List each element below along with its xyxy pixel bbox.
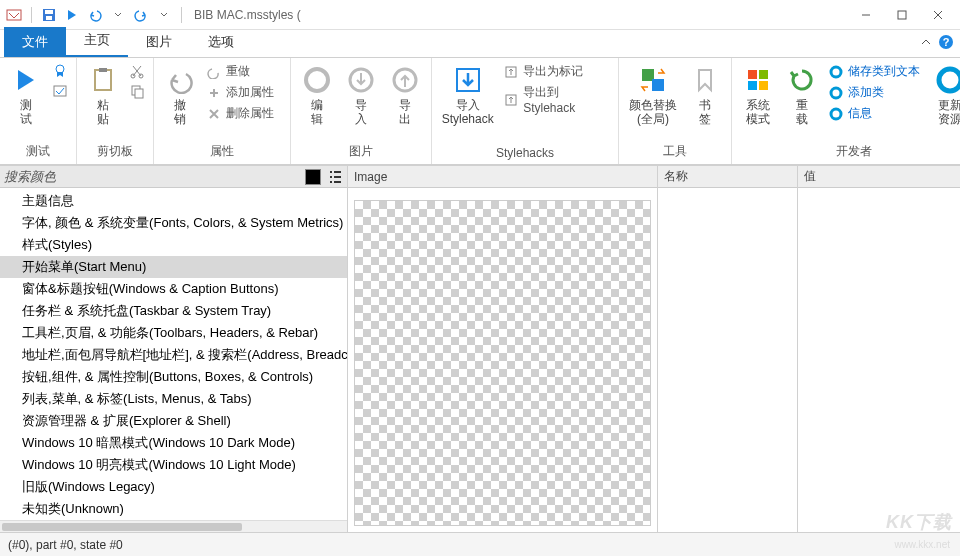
group-label: 图片 (297, 141, 425, 164)
badge-icon[interactable] (50, 62, 70, 80)
separator (31, 7, 32, 23)
group-label: 剪切板 (83, 141, 147, 164)
update-resource-button[interactable]: 更新 资源 (930, 62, 960, 128)
import-button[interactable]: 导 入 (341, 62, 381, 128)
color-swap-icon (637, 64, 669, 96)
play-icon[interactable] (62, 5, 82, 25)
tree-item[interactable]: 工具栏,页眉, & 功能条(Toolbars, Headers, & Rebar… (0, 322, 347, 344)
tree-item[interactable]: 地址栏,面包屑导航栏[地址栏], & 搜索栏(Address, Breadcru… (0, 344, 347, 366)
delete-attribute-button[interactable]: 删除属性 (204, 104, 284, 123)
ribbon-group-stylehacks: 导入 Stylehack 导出为标记 导出到Stylehack Stylehac… (432, 58, 619, 164)
tree-item[interactable]: Windows 10 明亮模式(Windows 10 Light Mode) (0, 454, 347, 476)
collapse-ribbon-icon[interactable] (920, 36, 932, 48)
reload-button[interactable]: 重 载 (782, 62, 822, 128)
list-view-icon[interactable] (327, 169, 343, 185)
close-button[interactable] (920, 3, 956, 27)
group-label: 测试 (6, 141, 70, 164)
cut-icon[interactable] (127, 62, 147, 80)
checkerboard (354, 200, 651, 526)
svg-point-31 (939, 69, 960, 91)
export-stylehack-button[interactable]: 导出到Stylehack (501, 83, 612, 116)
svg-rect-10 (95, 70, 111, 90)
color-replace-button[interactable]: 颜色替换 (全局) (625, 62, 681, 128)
export-button[interactable]: 导 出 (385, 62, 425, 128)
tab-options[interactable]: 选项 (190, 27, 252, 57)
tab-image[interactable]: 图片 (128, 27, 190, 57)
tree-item[interactable]: 任务栏 & 系统托盘(Taskbar & System Tray) (0, 300, 347, 322)
tree-item[interactable]: 窗体&标题按钮(Windows & Caption Buttons) (0, 278, 347, 300)
tree-item[interactable]: 样式(Styles) (0, 234, 347, 256)
value-column: 值 (798, 166, 960, 532)
redo-button[interactable]: 重做 (204, 62, 284, 81)
tree-item[interactable]: 列表,菜单, & 标签(Lists, Menus, & Tabs) (0, 388, 347, 410)
svg-point-8 (56, 65, 64, 73)
save-icon[interactable] (39, 5, 59, 25)
svg-rect-2 (45, 10, 53, 14)
svg-rect-3 (46, 16, 52, 20)
help-icon[interactable]: ? (938, 34, 954, 50)
value-header[interactable]: 值 (798, 166, 960, 188)
plus-icon (206, 85, 222, 101)
svg-rect-11 (99, 68, 107, 72)
status-text: (#0), part #0, state #0 (8, 538, 123, 552)
save-class-text-button[interactable]: 储存类到文本 (826, 62, 926, 81)
left-panel: 搜索颜色 主题信息字体, 颜色 & 系统变量(Fonts, Colors, & … (0, 166, 348, 532)
undo-icon[interactable] (85, 5, 105, 25)
search-input[interactable]: 搜索颜色 (4, 168, 305, 186)
svg-point-29 (831, 88, 841, 98)
name-header[interactable]: 名称 (658, 166, 797, 188)
import-arrow-icon (452, 64, 484, 96)
export-icon (389, 64, 421, 96)
paste-button[interactable]: 粘 贴 (83, 62, 123, 128)
import-stylehack-button[interactable]: 导入 Stylehack (438, 62, 497, 128)
image-preview (348, 188, 657, 532)
bookmark-button[interactable]: 书 签 (685, 62, 725, 128)
edit-button[interactable]: 编 辑 (297, 62, 337, 128)
dropdown-icon[interactable] (154, 5, 174, 25)
test-button[interactable]: 测 试 (6, 62, 46, 128)
app-icon[interactable] (4, 5, 24, 25)
tree-item[interactable]: 开始菜单(Start Menu) (0, 256, 347, 278)
info-button[interactable]: 信息 (826, 104, 926, 123)
system-mode-button[interactable]: 系统 模式 (738, 62, 778, 128)
svg-point-28 (831, 67, 841, 77)
ribbon-group-image: 编 辑 导 入 导 出 图片 (291, 58, 432, 164)
color-swatch[interactable] (305, 169, 321, 185)
tab-file[interactable]: 文件 (4, 27, 66, 57)
copy-icon[interactable] (127, 82, 147, 100)
checkbox-icon[interactable] (50, 82, 70, 100)
ribbon-group-developer: 系统 模式 重 载 储存类到文本 添加类 信息 更新 资源 开发者 (732, 58, 960, 164)
redo-icon[interactable] (131, 5, 151, 25)
horizontal-scrollbar[interactable] (0, 520, 347, 532)
play-icon (10, 64, 42, 96)
circle-icon (828, 106, 844, 122)
image-header[interactable]: Image (348, 166, 657, 188)
tree-item[interactable]: 资源管理器 & 扩展(Explorer & Shell) (0, 410, 347, 432)
svg-rect-25 (759, 70, 768, 79)
export-bookmark-button[interactable]: 导出为标记 (501, 62, 612, 81)
svg-rect-27 (759, 81, 768, 90)
maximize-button[interactable] (884, 3, 920, 27)
scrollbar-thumb[interactable] (2, 523, 242, 531)
tree-item[interactable]: 旧版(Windows Legacy) (0, 476, 347, 498)
dropdown-icon[interactable] (108, 5, 128, 25)
import-icon (345, 64, 377, 96)
tree-item[interactable]: 未知类(Unknown) (0, 498, 347, 520)
tab-home[interactable]: 主页 (66, 25, 128, 57)
tree-item[interactable]: 主题信息 (0, 190, 347, 212)
add-class-button[interactable]: 添加类 (826, 83, 926, 102)
svg-point-30 (831, 109, 841, 119)
svg-text:?: ? (943, 36, 950, 48)
category-tree[interactable]: 主题信息字体, 颜色 & 系统变量(Fonts, Colors, & Syste… (0, 188, 347, 520)
undo-button[interactable]: 撤 销 (160, 62, 200, 128)
tree-item[interactable]: 字体, 颜色 & 系统变量(Fonts, Colors, & System Me… (0, 212, 347, 234)
circle-icon (828, 85, 844, 101)
svg-rect-15 (135, 89, 143, 98)
tree-item[interactable]: Windows 10 暗黑模式(Windows 10 Dark Mode) (0, 432, 347, 454)
circle-icon (301, 64, 333, 96)
minimize-button[interactable] (848, 3, 884, 27)
tree-item[interactable]: 按钮,组件, & 属性控制(Buttons, Boxes, & Controls… (0, 366, 347, 388)
image-column: Image (348, 166, 658, 532)
window-title: BIB MAC.msstyles ( (194, 8, 848, 22)
add-attribute-button[interactable]: 添加属性 (204, 83, 284, 102)
